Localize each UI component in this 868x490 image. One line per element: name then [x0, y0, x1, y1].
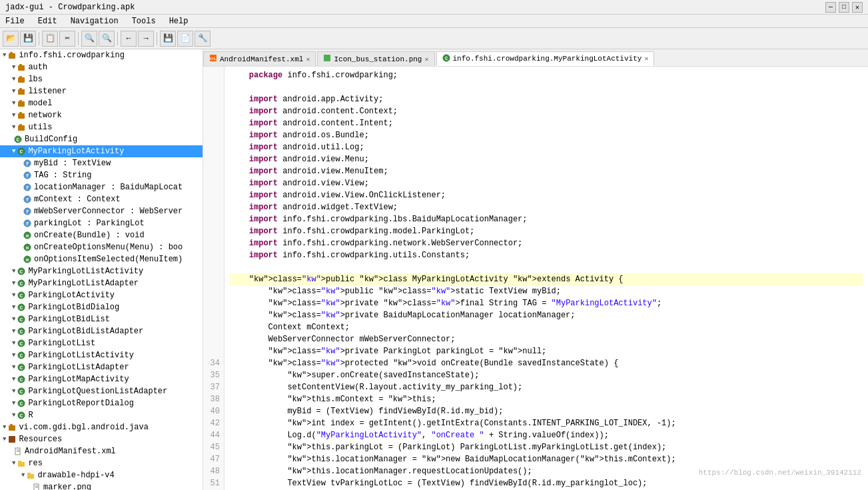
tree-item-32[interactable]: ▼Resources — [0, 433, 203, 445]
tree-item-18[interactable]: ▼CMyParkingLotListActivity — [0, 265, 203, 277]
tree-item-21[interactable]: ▼CParkingLotBidDialog — [0, 301, 203, 313]
minimize-button[interactable]: — — [825, 2, 836, 13]
tree-item-26[interactable]: ▼CParkingLotListAdapter — [0, 361, 203, 373]
tree-item-25[interactable]: ▼CParkingLotListActivity — [0, 349, 203, 361]
tree-item-22[interactable]: ▼CParkingLotBidList — [0, 313, 203, 325]
tree-item-6[interactable]: ▼utils — [0, 121, 203, 133]
title-controls: — □ ✕ — [825, 2, 863, 13]
svg-rect-7 — [19, 88, 22, 90]
tree-item-4[interactable]: ▼model — [0, 97, 203, 109]
tree-item-31[interactable]: ▼vi.com.gdi.bgl.android.java — [0, 421, 203, 433]
expand-arrow-23: ▼ — [12, 328, 15, 335]
line-num-26: 37 — [206, 381, 220, 393]
expand-arrow-28: ▼ — [12, 388, 15, 395]
tree-item-35[interactable]: ▼drawable-hdpi-v4 — [0, 469, 203, 481]
code-line-30: Log.d("MyParkingLotActivity", "onCreate … — [230, 429, 863, 441]
tree-item-29[interactable]: ▼CParkingLotReportDialog — [0, 397, 203, 409]
toolbar-search2[interactable]: 🔍 — [99, 31, 115, 47]
tree-item-20[interactable]: ▼CParkingLotActivity — [0, 289, 203, 301]
toolbar: 📂 💾 📋 ✂ 🔍 🔍 ← → 💾 📄 🔧 — [0, 28, 868, 49]
code-editor[interactable]: 34353738404244454748515253 package info.… — [203, 67, 868, 490]
tree-item-24[interactable]: ▼CParkingLotList — [0, 337, 203, 349]
toolbar-decompile[interactable]: 📄 — [177, 31, 193, 47]
tree-item-12[interactable]: fmContext : Context — [0, 193, 203, 205]
toolbar-copy[interactable]: 📋 — [42, 31, 58, 47]
tree-label-23: ParkingLotBidListAdapter — [28, 327, 143, 336]
expand-arrow-1: ▼ — [12, 64, 15, 71]
svg-rect-6 — [18, 89, 25, 95]
tree-item-16[interactable]: monCreateOptionsMenu(Menu) : boo — [0, 241, 203, 253]
tab-0[interactable]: XMLAndroidManifest.xml✕ — [203, 51, 316, 66]
tab-close-1[interactable]: ✕ — [424, 55, 428, 63]
line-num-14 — [206, 237, 220, 249]
menu-item-tools[interactable]: Tools — [129, 17, 159, 26]
tree-icon-36 — [32, 483, 41, 490]
tab-close-2[interactable]: ✕ — [644, 55, 648, 63]
toolbar-export[interactable]: 💾 — [160, 31, 176, 47]
tree-item-17[interactable]: monOptionsItemSelected(MenuItem) — [0, 253, 203, 265]
tree-item-0[interactable]: ▼info.fshi.crowdparking — [0, 49, 203, 61]
code-lines: package info.fshi.crowdparking; import a… — [224, 67, 868, 490]
close-button[interactable]: ✕ — [852, 2, 863, 13]
tree-item-30[interactable]: ▼CR — [0, 409, 203, 421]
tree-item-8[interactable]: ▼CMyParkingLotActivity — [0, 145, 203, 157]
tree-item-11[interactable]: flocationManager : BaiduMapLocat — [0, 181, 203, 193]
tree-label-32: Resources — [19, 435, 62, 444]
tree-item-3[interactable]: ▼listener — [0, 85, 203, 97]
expand-arrow-25: ▼ — [12, 352, 15, 359]
svg-text:f: f — [26, 221, 29, 227]
tree-label-25: ParkingLotListActivity — [28, 351, 133, 360]
tree-label-34: res — [28, 459, 43, 468]
tree-item-1[interactable]: ▼auth — [0, 61, 203, 73]
menu-item-edit[interactable]: Edit — [35, 17, 60, 26]
code-line-14: import info.fshi.crowdparking.network.We… — [230, 237, 863, 249]
tree-item-27[interactable]: ▼CParkingLotMapActivity — [0, 373, 203, 385]
tab-2[interactable]: Cinfo.fshi.crowdparking.MyParkingLotActi… — [436, 51, 655, 66]
line-num-29: 42 — [206, 417, 220, 429]
tree-item-2[interactable]: ▼lbs — [0, 73, 203, 85]
toolbar-forward[interactable]: → — [138, 31, 154, 47]
toolbar-search[interactable]: 🔍 — [81, 31, 97, 47]
tab-1[interactable]: Icon_bus_station.png✕ — [317, 51, 434, 66]
tree-item-10[interactable]: fTAG : String — [0, 169, 203, 181]
svg-text:XML: XML — [210, 57, 217, 61]
tree-label-33: AndroidManifest.xml — [25, 447, 116, 456]
tree-item-36[interactable]: marker.png — [0, 481, 203, 490]
menu-item-file[interactable]: File — [3, 17, 27, 26]
tree-item-13[interactable]: fmWebServerConnector : WebServer — [0, 205, 203, 217]
toolbar-cut[interactable]: ✂ — [59, 31, 75, 47]
menu-item-help[interactable]: Help — [167, 17, 191, 26]
svg-rect-63 — [10, 424, 13, 426]
svg-text:C: C — [20, 293, 23, 299]
toolbar-save[interactable]: 💾 — [20, 31, 36, 47]
tree-item-15[interactable]: monCreate(Bundle) : void — [0, 229, 203, 241]
tree-icon-6 — [17, 123, 26, 132]
svg-text:m: m — [26, 245, 29, 251]
expand-arrow-19: ▼ — [12, 280, 15, 287]
tree-item-33[interactable]: AndroidManifest.xml — [0, 445, 203, 457]
menu-item-navigation[interactable]: Navigation — [68, 17, 121, 26]
toolbar-settings[interactable]: 🔧 — [195, 31, 211, 47]
tree-item-9[interactable]: fmyBid : TextView — [0, 157, 203, 169]
tree-icon-5 — [17, 111, 26, 120]
tree-item-7[interactable]: CBuildConfig — [0, 133, 203, 145]
code-line-23: "kw">class="kw">private ParkingLot parki… — [230, 345, 863, 357]
toolbar-open[interactable]: 📂 — [3, 31, 19, 47]
tree-icon-9: f — [23, 159, 32, 168]
tree-item-34[interactable]: ▼res — [0, 457, 203, 469]
watermark: https://blog.csdn.net/weixin_39142112 — [699, 469, 861, 477]
tree-item-19[interactable]: ▼CMyParkingLotListAdapter — [0, 277, 203, 289]
maximize-button[interactable]: □ — [839, 2, 849, 13]
code-line-11: import android.widget.TextView; — [230, 201, 863, 213]
tab-close-0[interactable]: ✕ — [306, 55, 310, 63]
tree-item-5[interactable]: ▼network — [0, 109, 203, 121]
tree-icon-15: m — [23, 231, 32, 240]
code-line-26: setContentView(R.layout.activity_my_park… — [230, 381, 863, 393]
tree-icon-30: C — [17, 411, 26, 420]
tree-item-14[interactable]: fparkingLot : ParkingLot — [0, 217, 203, 229]
tree-item-23[interactable]: ▼CParkingLotBidListAdapter — [0, 325, 203, 337]
svg-rect-9 — [19, 100, 22, 102]
editor-area: XMLAndroidManifest.xml✕Icon_bus_station.… — [203, 49, 868, 490]
tree-item-28[interactable]: ▼CParkingLotQuestionListAdapter — [0, 385, 203, 397]
toolbar-back[interactable]: ← — [121, 31, 137, 47]
